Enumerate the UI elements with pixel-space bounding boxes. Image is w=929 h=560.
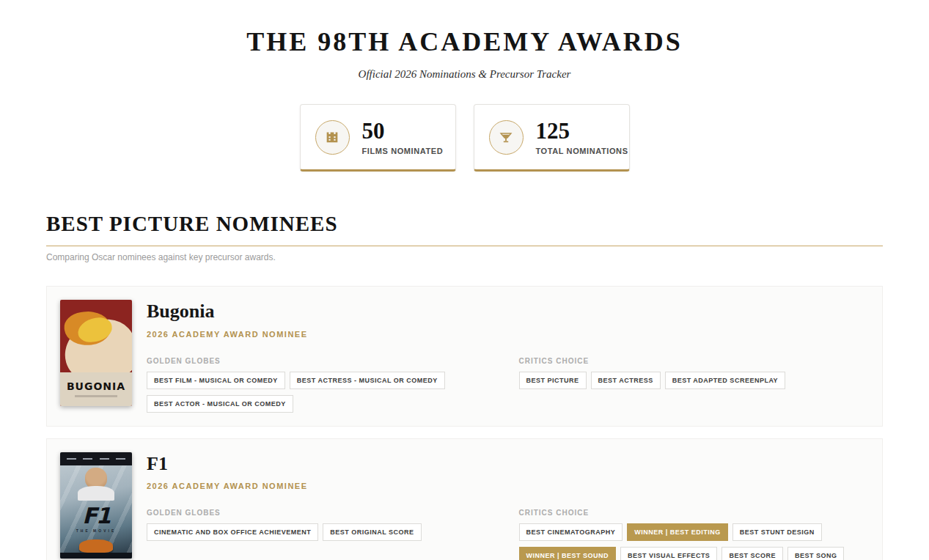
nomination-award-tag: BEST PICTURE: [519, 372, 587, 389]
award-group-label: GOLDEN GLOBES: [147, 509, 497, 517]
nomination-award-tag: BEST CINEMATOGRAPHY: [519, 523, 623, 541]
award-group-critics-choice: CRITICS CHOICE BEST CINEMATOGRAPHYWINNER…: [519, 509, 870, 560]
film-info: Bugonia 2026 ACADEMY AWARD NOMINEE GOLDE…: [147, 300, 869, 413]
award-group-critics-choice: CRITICS CHOICE BEST PICTUREBEST ACTRESSB…: [519, 357, 870, 413]
film-icon: [324, 129, 340, 145]
poster-subtitle-text: THE MOVIE: [60, 528, 132, 533]
film-card-bugonia: BUGONIA Bugonia 2026 ACADEMY AWARD NOMIN…: [46, 286, 883, 427]
stat-value: 125: [536, 119, 628, 142]
poster-car-art: [79, 539, 112, 553]
section-heading: BEST PICTURE NOMINEES: [46, 212, 883, 246]
page-header: THE 98TH ACADEMY AWARDS Official 2026 No…: [0, 0, 929, 81]
poster-suit-art: [78, 486, 115, 501]
film-title: Bugonia: [147, 301, 869, 323]
stats-row: 50 FILMS NOMINATED 125 TOTAL NOMINATIONS: [0, 104, 929, 172]
film-title: F1: [147, 454, 869, 475]
nomination-award-tag: BEST ACTRESS - MUSICAL OR COMEDY: [290, 372, 445, 389]
stat-text: 125 TOTAL NOMINATIONS: [536, 119, 628, 155]
nomination-award-tag: BEST ACTOR - MUSICAL OR COMEDY: [147, 395, 293, 413]
award-columns: GOLDEN GLOBES BEST FILM - MUSICAL OR COM…: [147, 357, 869, 413]
section-description: Comparing Oscar nominees against key pre…: [46, 252, 883, 262]
poster-title-text: F1: [60, 505, 132, 527]
stat-text: 50 FILMS NOMINATED: [362, 119, 444, 155]
nomination-award-tag: BEST STUNT DESIGN: [732, 523, 822, 541]
nomination-award-tag: BEST ADAPTED SCREENPLAY: [665, 372, 785, 389]
stat-icon-circle: [489, 120, 524, 155]
award-group-label: GOLDEN GLOBES: [147, 357, 497, 365]
poster-title-text: BUGONIA: [67, 381, 125, 391]
stat-icon-circle: [315, 120, 350, 155]
stat-card-films-nominated: 50 FILMS NOMINATED: [300, 104, 456, 172]
stat-label: FILMS NOMINATED: [362, 147, 444, 155]
poster-credits-art: [75, 395, 118, 397]
tag-list: BEST PICTUREBEST ACTRESSBEST ADAPTED SCR…: [519, 372, 870, 389]
page-subtitle: Official 2026 Nominations & Precursor Tr…: [0, 68, 929, 81]
poster-title-band: BUGONIA: [60, 372, 132, 406]
tag-list: BEST FILM - MUSICAL OR COMEDYBEST ACTRES…: [147, 372, 497, 413]
bugonia-poster: BUGONIA: [60, 300, 132, 406]
academy-nominee-badge: 2026 ACADEMY AWARD NOMINEE: [147, 482, 869, 490]
poster-bottom-art: [60, 553, 132, 558]
nomination-award-tag: CINEMATIC AND BOX OFFICE ACHIEVEMENT: [147, 523, 318, 541]
stat-label: TOTAL NOMINATIONS: [536, 147, 628, 155]
nomination-award-tag: BEST FILM - MUSICAL OR COMEDY: [147, 372, 285, 389]
winner-award-tag: WINNER | BEST SOUND: [519, 547, 617, 560]
poster-credits-art: [60, 452, 132, 466]
award-group-label: CRITICS CHOICE: [519, 357, 870, 365]
tag-list: BEST CINEMATOGRAPHYWINNER | BEST EDITING…: [519, 523, 870, 560]
award-group-label: CRITICS CHOICE: [519, 509, 870, 517]
nomination-award-tag: BEST ACTRESS: [591, 372, 661, 389]
stat-value: 50: [362, 119, 444, 142]
film-info: F1 2026 ACADEMY AWARD NOMINEE GOLDEN GLO…: [147, 452, 869, 560]
stat-card-total-nominations: 125 TOTAL NOMINATIONS: [474, 104, 630, 172]
award-group-golden-globes: GOLDEN GLOBES CINEMATIC AND BOX OFFICE A…: [147, 509, 497, 560]
tag-list: CINEMATIC AND BOX OFFICE ACHIEVEMENTBEST…: [147, 523, 497, 541]
academy-nominee-badge: 2026 ACADEMY AWARD NOMINEE: [147, 330, 869, 339]
f1-poster: F1 THE MOVIE: [60, 452, 132, 559]
winner-award-tag: WINNER | BEST EDITING: [627, 523, 728, 541]
award-group-golden-globes: GOLDEN GLOBES BEST FILM - MUSICAL OR COM…: [147, 357, 497, 413]
nomination-award-tag: BEST SCORE: [721, 547, 783, 560]
nomination-award-tag: BEST ORIGINAL SCORE: [323, 523, 421, 541]
film-card-f1: F1 THE MOVIE F1 2026 ACADEMY AWARD NOMIN…: [46, 438, 883, 560]
main-content: BEST PICTURE NOMINEES Comparing Oscar no…: [46, 212, 883, 560]
award-columns: GOLDEN GLOBES CINEMATIC AND BOX OFFICE A…: [147, 509, 869, 560]
nomination-award-tag: BEST VISUAL EFFECTS: [620, 547, 717, 560]
nomination-award-tag: BEST SONG: [787, 547, 845, 560]
trophy-icon: [498, 129, 514, 145]
page-title: THE 98TH ACADEMY AWARDS: [0, 26, 929, 57]
